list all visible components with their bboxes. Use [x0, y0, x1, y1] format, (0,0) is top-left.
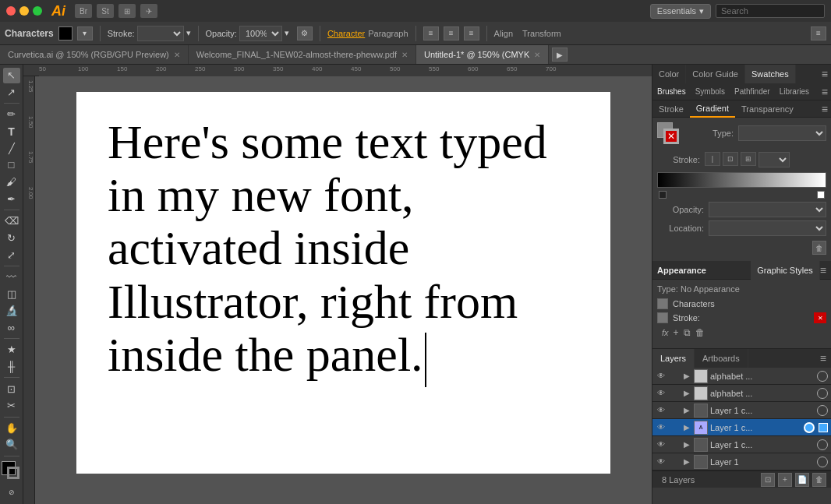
delete-item-btn[interactable]: 🗑 — [695, 327, 705, 338]
hand-tool[interactable]: ✋ — [3, 421, 20, 436]
maximize-button[interactable] — [33, 6, 42, 16]
symbol-tool[interactable]: ★ — [3, 342, 20, 358]
tab-color-guide[interactable]: Color Guide — [686, 65, 745, 83]
opacity-select-grad[interactable] — [709, 202, 826, 217]
align-left-icon[interactable]: ≡ — [423, 26, 439, 41]
delete-layer-btn[interactable]: 🗑 — [812, 473, 826, 487]
selection-tool[interactable]: ↖ — [3, 68, 20, 83]
workspace-selector[interactable]: Essentials ▾ — [650, 4, 711, 19]
brushes-menu-btn[interactable]: ≡ — [819, 86, 831, 98]
transform-btn[interactable]: Transform — [522, 29, 561, 38]
make-clipping-mask-btn[interactable]: ⊡ — [761, 473, 775, 487]
gradient-bar[interactable] — [657, 172, 826, 188]
warp-tool[interactable]: 〰 — [3, 270, 20, 285]
view-switcher-icon[interactable]: ⊞ — [118, 4, 136, 18]
stroke-indicator[interactable] — [7, 467, 19, 479]
layer-row-4[interactable]: 👁 ▶ A Layer 1 c... — [652, 419, 831, 436]
opacity-select[interactable]: 100% — [239, 26, 282, 41]
layer-select-1[interactable] — [817, 371, 828, 382]
align-right-icon[interactable]: ≡ — [464, 26, 479, 41]
stroke-visibility-check[interactable] — [657, 312, 668, 323]
gradient-stop-right[interactable] — [817, 191, 825, 199]
pencil-tool[interactable]: ✒ — [3, 191, 20, 206]
tab-gradient[interactable]: Gradient — [690, 100, 735, 118]
close-button[interactable] — [6, 6, 16, 16]
tab-libraries[interactable]: Libraries — [775, 83, 814, 100]
tab-symbols[interactable]: Symbols — [691, 83, 730, 100]
stroke-color-indicator[interactable]: ✕ — [814, 312, 826, 323]
layers-menu-btn[interactable]: ≡ — [815, 352, 831, 365]
layer-visibility-1[interactable]: 👁 — [656, 371, 667, 382]
layer-expand-5[interactable]: ▶ — [682, 440, 691, 449]
layer-select-3[interactable] — [817, 405, 828, 416]
tab-color[interactable]: Color — [652, 65, 686, 83]
direct-selection-tool[interactable]: ↗ — [3, 85, 20, 100]
new-sublayer-btn[interactable]: + — [778, 473, 792, 487]
appearance-menu-btn[interactable]: ≡ — [820, 264, 826, 277]
layer-visibility-6[interactable]: 👁 — [656, 456, 667, 467]
layer-expand-2[interactable]: ▶ — [682, 389, 691, 398]
slice-tool[interactable]: ✂ — [3, 398, 20, 414]
eraser-tool[interactable]: ⌫ — [3, 213, 20, 229]
tab-close-icon[interactable]: ✕ — [401, 51, 408, 59]
layer-visibility-3[interactable]: 👁 — [656, 405, 667, 416]
stroke-select2[interactable] — [759, 152, 790, 167]
tab-graphic-styles[interactable]: Graphic Styles — [751, 261, 820, 280]
tab-untitled[interactable]: Untitled-1* @ 150% (CMYK ✕ — [416, 45, 549, 65]
gradient-menu-btn[interactable]: ≡ — [819, 103, 831, 115]
tab-welcome[interactable]: Welcome_FINAL_1-NEW02-almost-there-pheww… — [189, 45, 416, 65]
rotate-tool[interactable]: ↻ — [3, 231, 20, 246]
color-options-btn[interactable]: ▾ — [77, 26, 93, 41]
eyedropper-tool[interactable]: 🔬 — [3, 303, 20, 319]
align-center-icon[interactable]: ≡ — [444, 26, 459, 41]
gradient-delete-btn[interactable]: 🗑 — [812, 241, 826, 255]
fill-color-swatch[interactable] — [58, 26, 72, 41]
tab-swatches[interactable]: Swatches — [745, 65, 796, 83]
artboard-tool[interactable]: ⊡ — [3, 381, 20, 397]
stock-icon[interactable]: St — [97, 4, 114, 18]
layer-expand-4[interactable]: ▶ — [682, 423, 691, 432]
minimize-button[interactable] — [19, 6, 29, 16]
blend-tool[interactable]: ∞ — [3, 320, 20, 336]
stroke-style-1[interactable]: | — [705, 152, 720, 166]
add-item-btn[interactable]: + — [674, 327, 679, 338]
layer-visibility-2[interactable]: 👁 — [656, 388, 667, 399]
character-btn[interactable]: Character — [327, 29, 365, 38]
duplicate-item-btn[interactable]: ⧉ — [684, 327, 691, 338]
paragraph-btn[interactable]: Paragraph — [368, 29, 408, 38]
tab-layers[interactable]: Layers — [652, 349, 695, 368]
scale-tool[interactable]: ⤢ — [3, 247, 20, 263]
style-options-btn[interactable]: ⚙ — [297, 26, 313, 41]
gradient-stop-left[interactable] — [659, 191, 667, 199]
shape-tool[interactable]: □ — [3, 157, 20, 173]
layer-visibility-5[interactable]: 👁 — [656, 439, 667, 450]
stroke-box[interactable]: ✕ — [663, 129, 679, 144]
pen-tool[interactable]: ✏ — [3, 107, 20, 122]
layer-expand-1[interactable]: ▶ — [682, 372, 691, 381]
tab-scroll-right[interactable]: ▶ — [552, 48, 568, 62]
panel-options-btn[interactable]: ≡ — [811, 26, 826, 41]
no-fill-btn[interactable]: ⊘ — [3, 484, 20, 501]
tab-close-icon[interactable]: ✕ — [534, 51, 540, 59]
layer-select-2[interactable] — [817, 388, 828, 399]
gradient-tool[interactable]: ◫ — [3, 286, 20, 301]
layer-expand-6[interactable]: ▶ — [682, 457, 691, 467]
fx-button[interactable]: fx — [662, 328, 669, 337]
tab-transparency[interactable]: Transparency — [735, 100, 800, 118]
align-btn[interactable]: Align — [494, 29, 513, 38]
tab-curvetica[interactable]: Curvetica.ai @ 150% (RGB/GPU Preview) ✕ — [0, 45, 189, 65]
layer-select-4[interactable] — [804, 422, 815, 433]
location-select[interactable] — [709, 220, 826, 236]
line-tool[interactable]: ╱ — [3, 140, 20, 156]
characters-visibility-check[interactable] — [657, 298, 668, 309]
gradient-type-select[interactable] — [738, 125, 826, 141]
canvas-document[interactable]: Here's some text typed in my new font, a… — [76, 92, 610, 474]
stroke-select[interactable] — [137, 26, 184, 41]
tab-close-icon[interactable]: ✕ — [174, 51, 180, 59]
tab-stroke[interactable]: Stroke — [652, 100, 690, 118]
layer-visibility-4[interactable]: 👁 — [656, 422, 667, 433]
new-layer-btn[interactable]: 📄 — [795, 473, 809, 487]
zoom-tool[interactable]: 🔍 — [3, 437, 20, 453]
bridge-icon[interactable]: Br — [75, 4, 92, 18]
graph-tool[interactable]: ╫ — [3, 359, 20, 375]
